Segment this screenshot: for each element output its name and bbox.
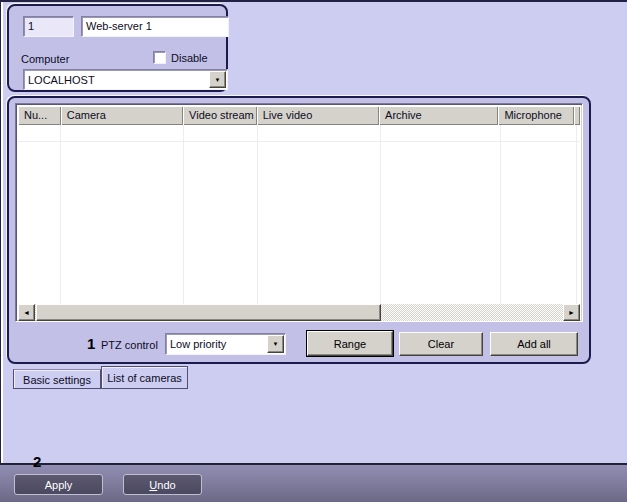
column-header-filler xyxy=(574,106,580,125)
clear-button[interactable]: Clear xyxy=(399,332,483,356)
apply-button[interactable]: Apply xyxy=(14,474,103,495)
computer-select[interactable]: LOCALHOST ▼ xyxy=(23,69,228,90)
column-header-video-stream[interactable]: Video stream xyxy=(183,106,257,125)
cameras-table: Nu... Camera Video stream Live video Arc… xyxy=(15,103,583,322)
grid-row-line xyxy=(18,141,580,142)
server-name-field[interactable]: Web-server 1 xyxy=(81,16,229,37)
window-top-border xyxy=(0,0,627,2)
disable-checkbox[interactable] xyxy=(153,51,166,64)
column-header-live-video[interactable]: Live video xyxy=(257,106,379,125)
undo-label-rest: ndo xyxy=(157,479,175,491)
ptz-control-label: PTZ control xyxy=(101,339,158,351)
grid-column xyxy=(258,125,381,304)
column-header-number[interactable]: Nu... xyxy=(18,106,61,125)
grid-column xyxy=(61,125,184,304)
add-all-button[interactable]: Add all xyxy=(490,332,578,356)
range-button[interactable]: Range xyxy=(307,331,393,356)
horizontal-scrollbar[interactable]: ◄ ► xyxy=(18,304,580,321)
step-marker-1: 1 xyxy=(87,335,95,352)
server-identity-panel: 1 Web-server 1 Computer Disable LOCALHOS… xyxy=(7,4,228,92)
server-id-field[interactable]: 1 xyxy=(23,16,74,37)
tab-list-of-cameras[interactable]: List of cameras xyxy=(101,366,188,389)
grid-column xyxy=(184,125,258,304)
tab-basic-settings[interactable]: Basic settings xyxy=(13,369,101,389)
chevron-down-icon[interactable]: ▼ xyxy=(267,335,284,353)
scrollbar-track[interactable] xyxy=(35,304,563,321)
disable-label: Disable xyxy=(171,52,208,64)
undo-button[interactable]: Undo xyxy=(123,474,202,495)
cameras-table-body[interactable] xyxy=(18,125,580,304)
column-header-microphone[interactable]: Microphone xyxy=(498,106,574,125)
computer-label: Computer xyxy=(21,53,69,65)
grid-column xyxy=(501,125,577,304)
scroll-left-icon[interactable]: ◄ xyxy=(18,304,35,321)
cameras-table-header: Nu... Camera Video stream Live video Arc… xyxy=(18,106,580,125)
column-header-archive[interactable]: Archive xyxy=(379,106,498,125)
grid-column xyxy=(18,125,61,304)
scroll-right-icon[interactable]: ► xyxy=(563,304,580,321)
window-left-highlight xyxy=(1,2,3,463)
grid-column xyxy=(381,125,501,304)
column-header-camera[interactable]: Camera xyxy=(61,106,183,125)
undo-shortcut-letter: U xyxy=(149,479,157,491)
computer-select-value: LOCALHOST xyxy=(24,70,227,89)
chevron-down-icon[interactable]: ▼ xyxy=(209,71,226,88)
footer-bar: Apply Undo xyxy=(0,463,627,502)
web-server-settings-panel: 1 Web-server 1 Computer Disable LOCALHOS… xyxy=(0,0,627,502)
step-marker-2: 2 xyxy=(33,453,41,470)
scrollbar-thumb[interactable] xyxy=(36,304,381,321)
ptz-priority-select[interactable]: Low priority ▼ xyxy=(165,333,286,355)
